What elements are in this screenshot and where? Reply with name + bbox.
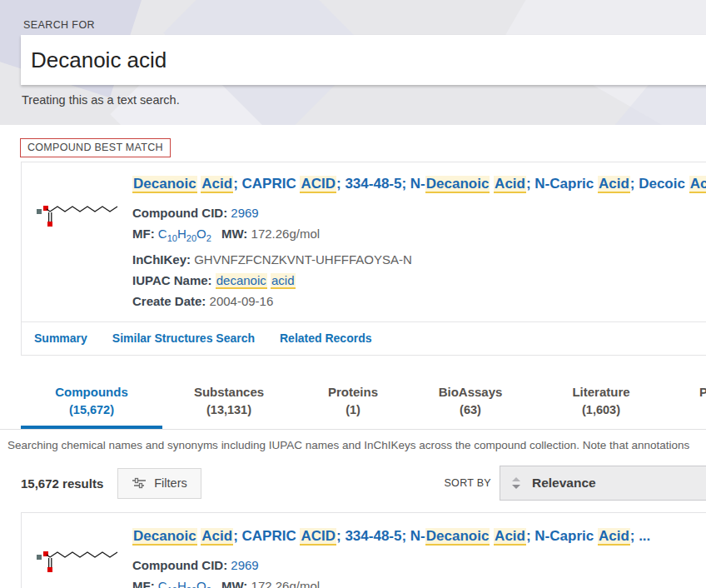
tab-label: Substances	[162, 383, 296, 401]
sort-selected-value: Relevance	[532, 476, 596, 491]
results-bar: 15,672 results Filters SORT BY Relevance	[0, 466, 706, 501]
similar-structures-search-link[interactable]: Similar Structures Search	[112, 331, 255, 345]
tab-label: BioAssays	[410, 383, 530, 401]
summary-link[interactable]: Summary	[34, 331, 87, 345]
sort-by-label: SORT BY	[444, 477, 491, 489]
tab-label: Compounds	[21, 383, 162, 401]
sort-arrows-icon	[510, 476, 522, 490]
inchikey-label: InChIKey:	[132, 252, 191, 267]
mw-value: 172.26g/mol	[251, 579, 321, 588]
search-scope-note: Searching chemical names and synonyms in…	[0, 439, 706, 451]
structure-column	[22, 513, 132, 588]
sort-dropdown[interactable]: Relevance	[500, 466, 706, 501]
results-tabs: Compounds(15,672)Substances(13,131)Prote…	[0, 378, 706, 430]
tab-count: (13,131)	[162, 401, 296, 419]
mw-label: MW:	[221, 579, 247, 588]
structure-column	[22, 162, 132, 311]
molecular-formula-link[interactable]: C10H20O2	[158, 579, 211, 588]
search-header: SEARCH FOR Treating this as a text searc…	[0, 0, 706, 125]
create-date-label: Create Date:	[132, 294, 206, 308]
search-box	[21, 35, 706, 85]
cid-label: Compound CID:	[132, 206, 227, 220]
results-count: 15,672 results	[21, 476, 103, 491]
filter-icon	[132, 477, 147, 489]
text-search-note: Treating this as a text search.	[22, 93, 180, 107]
result-card: Decanoic Acid; CAPRIC ACID; 334-48-5; N-…	[21, 512, 706, 588]
molecule-structure-image	[36, 199, 119, 229]
inchikey-value: GHVNFZFCNZKVNT-UHFFFAOYSA-N	[194, 252, 412, 267]
create-date-row: Create Date: 2004-09-16	[132, 291, 706, 311]
best-match-actions: SummarySimilar Structures SearchRelated …	[22, 321, 706, 355]
iupac-label: IUPAC Name:	[132, 273, 212, 287]
tab-literature[interactable]: Literature(1,603)	[530, 378, 672, 429]
result-title-link[interactable]: Decanoic Acid; CAPRIC ACID; 334-48-5; N-…	[132, 526, 706, 547]
cid-value-link[interactable]: 2969	[231, 206, 258, 220]
cid-value-link[interactable]: 2969	[231, 558, 258, 572]
mf-mw-row: MF: C10H20O2 MW: 172.26g/mol	[132, 576, 706, 588]
mf-label: MF:	[132, 579, 155, 588]
search-for-label: SEARCH FOR	[23, 19, 95, 31]
filters-label: Filters	[154, 476, 186, 490]
molecule-structure-image	[36, 545, 119, 575]
cid-label: Compound CID:	[132, 558, 227, 572]
tab-count: (15,672)	[21, 401, 162, 419]
compound-best-match-label: COMPOUND BEST MATCH	[20, 138, 171, 157]
tab-proteins[interactable]: Proteins(1)	[296, 378, 410, 429]
mw-label: MW:	[221, 227, 247, 241]
related-records-link[interactable]: Related Records	[280, 331, 371, 345]
tab-count: (63)	[410, 401, 530, 419]
molecular-formula-link[interactable]: C10H20O2	[158, 227, 211, 241]
mf-mw-row: MF: C10H20O2 MW: 172.26g/mol	[132, 223, 706, 249]
tab-label: Proteins	[296, 383, 410, 401]
tab-bioassays[interactable]: BioAssays(63)	[410, 378, 530, 429]
inchikey-row: InChIKey: GHVNFZFCNZKVNT-UHFFFAOYSA-N	[132, 249, 706, 270]
compound-cid-row: Compound CID: 2969	[132, 555, 706, 576]
mf-label: MF:	[132, 227, 155, 241]
tab-substances[interactable]: Substances(13,131)	[162, 378, 296, 429]
iupac-name-link[interactable]: decanoic acid	[216, 273, 296, 289]
tab-compounds[interactable]: Compounds(15,672)	[21, 378, 162, 429]
iupac-row: IUPAC Name: decanoic acid	[132, 270, 706, 291]
filters-button[interactable]: Filters	[117, 468, 201, 499]
tab-count: (1,603)	[530, 401, 672, 419]
tab-patents[interactable]: Patents	[672, 378, 706, 429]
compound-cid-row: Compound CID: 2969	[132, 202, 706, 223]
tab-label: Patents	[672, 383, 706, 401]
search-input[interactable]	[21, 35, 706, 85]
best-match-card: Decanoic Acid; CAPRIC ACID; 334-48-5; N-…	[21, 162, 706, 356]
create-date-value: 2004-09-16	[210, 294, 274, 308]
tab-count: (1)	[296, 401, 410, 419]
tab-label: Literature	[530, 383, 672, 401]
result-title-link[interactable]: Decanoic Acid; CAPRIC ACID; 334-48-5; N-…	[132, 173, 706, 195]
mw-value: 172.26g/mol	[251, 227, 321, 241]
